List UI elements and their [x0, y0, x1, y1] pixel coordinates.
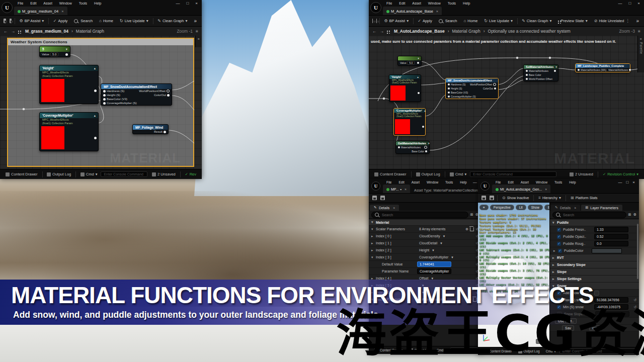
console-input[interactable]: Enter Console Command — [101, 171, 147, 177]
hide-unrelated-button[interactable]: ⊘Hide Unrelated⋮ — [591, 18, 633, 24]
viewport-menu-button[interactable]: ≡ — [479, 205, 489, 210]
parameter-name-field[interactable]: CoverageMultiplier — [417, 268, 451, 274]
menu-file[interactable]: File — [14, 2, 27, 5]
pin-icon[interactable] — [94, 89, 97, 92]
save-icon[interactable] — [4, 19, 6, 23]
save-icon[interactable] — [372, 19, 373, 23]
pin-icon[interactable] — [424, 146, 427, 149]
pin-icon[interactable] — [448, 87, 450, 89]
vector-parameters-header[interactable]: ▾ Vector Parameters 0 Array element ⊕ — [369, 296, 481, 303]
close-icon[interactable]: × — [195, 1, 198, 6]
value-checkbox[interactable] — [594, 291, 599, 296]
pin-icon[interactable] — [629, 69, 631, 71]
minimize-icon[interactable]: — — [618, 180, 622, 185]
platform-stats-button[interactable]: ⊞Platform Stats — [568, 195, 601, 201]
pin-icon[interactable] — [103, 90, 106, 93]
search-input[interactable]: Search — [371, 212, 468, 218]
lit-button[interactable]: Lit — [516, 205, 526, 210]
pin-icon[interactable] — [167, 89, 170, 93]
save-icon[interactable] — [372, 196, 377, 200]
param-value-field[interactable]: 1.33 — [594, 227, 628, 232]
chevron-down-icon[interactable]: ▾ — [451, 255, 453, 259]
live-update-button[interactable]: ↻Live Update▾ — [481, 18, 516, 24]
breadcrumb-page[interactable]: Material Graph — [76, 29, 104, 34]
pin-icon[interactable] — [103, 94, 106, 97]
pin-icon[interactable] — [526, 74, 528, 76]
pin-icon[interactable] — [448, 96, 450, 98]
material-graph-canvas[interactable]: used, make sure to use connected paramte… — [369, 36, 644, 169]
menu-edit[interactable]: Edit — [395, 180, 408, 184]
group-puddle[interactable]: ▾Puddle — [550, 219, 639, 226]
hierarchy-button[interactable]: ≡Hierarchy▾ — [535, 195, 564, 201]
nav-back-icon[interactable]: ← — [372, 29, 377, 34]
param-checkbox[interactable]: ✓ — [558, 249, 562, 253]
content-drawer-button[interactable]: Content Drawer — [3, 172, 40, 176]
node-set-material-attributes[interactable]: SetMaterialAttributes▾ MaterialAttribute… — [523, 64, 558, 81]
revision-control-button[interactable]: ✓Rev — [182, 172, 199, 176]
tab-asset[interactable]: M_grass_medium_04 × — [14, 7, 67, 15]
menu-help[interactable]: Help — [459, 2, 473, 5]
home-button[interactable]: ⌂Home — [460, 18, 480, 24]
node-scalar-constant[interactable]: 5▾ Value5.0 — [39, 46, 70, 57]
node-mf-snowdust[interactable]: MF_SnowDustAccumulationEffect Hardness (… — [101, 83, 172, 106]
clean-graph-button[interactable]: ✎Clean Graph▾ — [154, 18, 190, 24]
pin-icon[interactable] — [417, 62, 419, 64]
search-input[interactable]: Search — [552, 212, 626, 218]
node-mf-foliage-wind[interactable]: MF_Foliage_Wind Result — [132, 124, 169, 134]
category-material[interactable]: ▾ Material — [369, 219, 481, 226]
param-value-field[interactable]: 0.52 — [594, 234, 628, 239]
minimize-icon[interactable]: — — [473, 180, 477, 185]
menu-file[interactable]: File — [383, 2, 395, 5]
scrollbar[interactable] — [637, 224, 638, 279]
menu-edit[interactable]: Edit — [504, 180, 517, 184]
param-row[interactable]: ▸ Index [ 6 ] ▾ ↺ — [369, 289, 481, 296]
param-row[interactable]: ▸ Index [ 0 ] CloudDensity ▾ ↺ — [369, 233, 481, 240]
live-update-button[interactable]: ↻Live Update▾ — [117, 18, 151, 24]
content-drawer-button[interactable]: Content Drawer — [372, 172, 409, 176]
breadcrumb-comment[interactable]: Optionally use a connected weather syste… — [488, 29, 571, 34]
param-row-expanded[interactable]: ▾ Index [ 3 ] CoverageMultiplier ▾ ↺ — [369, 254, 481, 261]
pin-icon[interactable] — [418, 92, 420, 94]
menu-asset[interactable]: Asset — [517, 180, 532, 184]
revision-control-button[interactable]: ✓Revision Control▾ — [600, 172, 641, 176]
pin-icon[interactable] — [448, 83, 450, 85]
reset-icon[interactable]: ↺ — [631, 298, 636, 302]
browse-asset-icon[interactable] — [490, 196, 494, 200]
group-slope-settings[interactable]: ▸Slope Settings — [550, 276, 639, 283]
param-checkbox[interactable]: ✓ — [557, 242, 561, 246]
pin-icon[interactable] — [526, 70, 528, 72]
apply-button[interactable]: ✓Apply — [415, 18, 435, 24]
menu-asset[interactable]: Asset — [40, 2, 56, 5]
menu-help[interactable]: Help — [566, 180, 579, 184]
menu-edit[interactable]: Edit — [395, 2, 409, 5]
node-get-material-attributes[interactable]: GetMaterialAttributes▾ MaterialAttribute… — [395, 141, 430, 154]
cmd-button[interactable]: Cmd▾ — [78, 172, 100, 176]
param-row[interactable]: ▸ Index [ 4 ] Offset ▾ ↺ — [369, 275, 481, 282]
toolbar-overflow-button[interactable]: » — [633, 17, 642, 25]
node-scalar-constant[interactable]: ▾ Value5.0 — [397, 56, 422, 66]
tab-close-icon[interactable]: × — [405, 188, 407, 191]
menu-edit[interactable]: Edit — [27, 2, 40, 5]
menu-window[interactable]: Window — [425, 2, 444, 5]
group-slope[interactable]: ▸Slope — [550, 268, 639, 276]
add-element-icon[interactable]: ⊕ — [468, 298, 471, 302]
filter-icon[interactable]: ⊞ — [470, 213, 473, 217]
chevron-down-icon[interactable]: ▾ — [443, 234, 445, 238]
pin-icon[interactable] — [494, 87, 496, 89]
breadcrumb-asset[interactable]: M_AutoLandscape_Base — [394, 29, 445, 34]
node-mf-snowdust[interactable]: MF_SnowDustAccumulatedEffect Hardness (S… — [445, 78, 499, 99]
node-height-collection-param[interactable]: 'Height'▴ MPC_WeatherEffects (float1) Co… — [39, 65, 99, 104]
node-mf-landscape-puddles[interactable]: MF_Landscape_Puddles_Complete MaterialAt… — [575, 63, 630, 72]
menu-asset[interactable]: Asset — [408, 180, 423, 184]
trash-icon[interactable] — [473, 298, 477, 302]
menu-tools[interactable]: Tools — [442, 180, 456, 184]
search-button[interactable]: Search — [71, 18, 96, 24]
pin-icon[interactable] — [448, 92, 450, 94]
menu-file[interactable]: File — [492, 180, 504, 184]
menu-asset[interactable]: Asset — [409, 2, 425, 5]
tab-close-icon[interactable]: × — [545, 188, 547, 191]
pin-icon[interactable] — [578, 69, 580, 71]
breadcrumb-page[interactable]: Material Graph — [452, 29, 480, 34]
graph-list-icon[interactable]: ≡ — [638, 29, 640, 34]
pin-icon[interactable] — [425, 150, 427, 152]
